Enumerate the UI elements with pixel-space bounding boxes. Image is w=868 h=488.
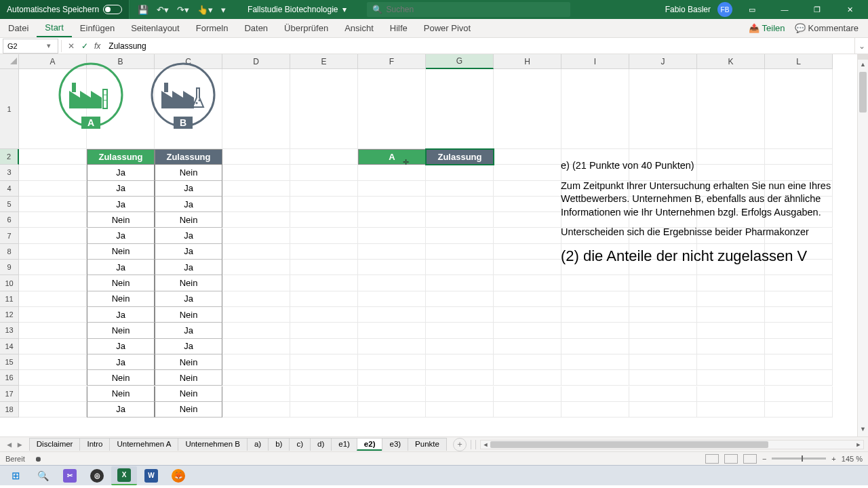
cell-I13[interactable] [561,323,629,338]
cell-I18[interactable] [561,402,629,418]
cell-D8[interactable] [222,244,290,260]
cell-F8[interactable] [358,244,426,260]
search-taskbar-icon[interactable]: 🔍 [30,466,56,485]
cell-I14[interactable] [561,339,629,354]
cell-H13[interactable] [494,323,561,338]
cell-G5[interactable] [426,197,494,212]
row-header-15[interactable]: 15 [0,354,19,370]
cell-F5[interactable] [358,197,426,212]
row-header-7[interactable]: 7 [0,228,19,243]
cell-B9[interactable]: Ja [87,260,155,275]
tab-hilfe[interactable]: Hilfe [382,19,416,37]
cell-D1[interactable] [222,69,290,149]
cell-A3[interactable] [19,165,87,180]
scroll-down-icon[interactable]: ▼ [858,426,868,436]
search-bar[interactable]: 🔍 [367,2,570,17]
col-header-D[interactable]: D [222,54,290,69]
cell-F14[interactable] [358,339,426,354]
cell-A13[interactable] [19,323,87,338]
cell-H17[interactable] [494,386,561,402]
row-header-8[interactable]: 8 [0,244,19,260]
cell-D2[interactable] [222,149,290,165]
col-header-J[interactable]: J [629,54,697,69]
cell-D9[interactable] [222,260,290,275]
row-header-4[interactable]: 4 [0,181,19,197]
cell-A9[interactable] [19,260,87,275]
cell-H3[interactable] [494,165,561,180]
cell-J11[interactable] [629,291,697,307]
cell-D16[interactable] [222,370,290,386]
cell-B8[interactable]: Nein [87,244,155,260]
zoom-level[interactable]: 145 % [842,455,863,463]
cell-E4[interactable] [290,181,358,197]
obs-icon[interactable]: ◎ [84,466,110,485]
cell-A6[interactable] [19,212,87,228]
cell-H5[interactable] [494,197,561,212]
zoom-in-icon[interactable]: + [831,455,835,463]
cell-G1[interactable] [426,69,494,149]
tab-daten[interactable]: Daten [236,19,276,37]
col-header-G[interactable]: G [426,54,494,69]
excel-taskbar-icon[interactable]: X [111,466,137,485]
cell-G7[interactable] [426,228,494,244]
cell-G10[interactable] [426,275,494,291]
cell-L15[interactable] [765,354,833,370]
cell-I11[interactable] [561,291,629,307]
cell-J10[interactable] [629,275,697,291]
cell-B18[interactable]: Ja [87,402,155,418]
normal-view-icon[interactable] [705,454,719,464]
cell-G9[interactable] [426,260,494,275]
cell-C14[interactable]: Ja [155,339,222,354]
cell-C3[interactable]: Nein [155,165,222,180]
page-break-view-icon[interactable] [743,454,757,464]
cell-G13[interactable] [426,323,494,338]
cell-B7[interactable]: Ja [87,228,155,244]
cell-G16[interactable] [426,370,494,386]
formula-input[interactable] [104,41,854,51]
cell-J1[interactable] [629,69,697,149]
snip-tool-icon[interactable]: ✂ [57,466,83,485]
search-input[interactable] [387,5,565,14]
cell-F9[interactable] [358,260,426,275]
cell-E13[interactable] [290,323,358,338]
autosave-toggle[interactable]: Automatisches Speichern [0,0,130,19]
cell-D15[interactable] [222,354,290,370]
cell-B17[interactable]: Nein [87,386,155,402]
cell-F2[interactable]: A [358,149,426,165]
sheet-tab-disclaimer[interactable]: Disclaimer [29,438,81,451]
scroll-left-icon[interactable]: ◄ [481,441,490,448]
start-button[interactable]: ⊞ [3,466,28,485]
row-header-3[interactable]: 3 [0,165,19,180]
fx-icon[interactable]: fx [94,41,100,51]
save-icon[interactable]: 💾 [138,5,149,15]
cell-F16[interactable] [358,370,426,386]
cell-F15[interactable] [358,354,426,370]
sheet-tab-intro[interactable]: Intro [79,438,110,451]
cell-C4[interactable]: Ja [155,181,222,197]
cell-B10[interactable]: Nein [87,275,155,291]
sheet-nav-next-icon[interactable]: ► [16,441,23,449]
cell-D18[interactable] [222,402,290,418]
row-header-13[interactable]: 13 [0,323,19,338]
cell-B12[interactable]: Ja [87,307,155,323]
cell-B14[interactable]: Ja [87,339,155,354]
row-header-10[interactable]: 10 [0,275,19,291]
tab-überprüfen[interactable]: Überprüfen [276,19,336,37]
tab-start[interactable]: Start [37,19,71,37]
cell-E7[interactable] [290,228,358,244]
cell-L16[interactable] [765,370,833,386]
name-box[interactable]: G2 ▾ [3,39,58,54]
row-header-18[interactable]: 18 [0,402,19,418]
undo-icon[interactable]: ↶▾ [157,5,169,15]
document-name[interactable]: Fallstudie Biotechnologie ▾ [248,5,346,14]
cell-A10[interactable] [19,275,87,291]
cell-B6[interactable]: Nein [87,212,155,228]
cell-J16[interactable] [629,370,697,386]
cell-E10[interactable] [290,275,358,291]
cell-E11[interactable] [290,291,358,307]
user-name[interactable]: Fabio Basler [665,5,711,14]
cell-B11[interactable]: Nein [87,291,155,307]
cell-E14[interactable] [290,339,358,354]
cancel-formula-icon[interactable]: ✕ [64,41,78,51]
cell-E15[interactable] [290,354,358,370]
